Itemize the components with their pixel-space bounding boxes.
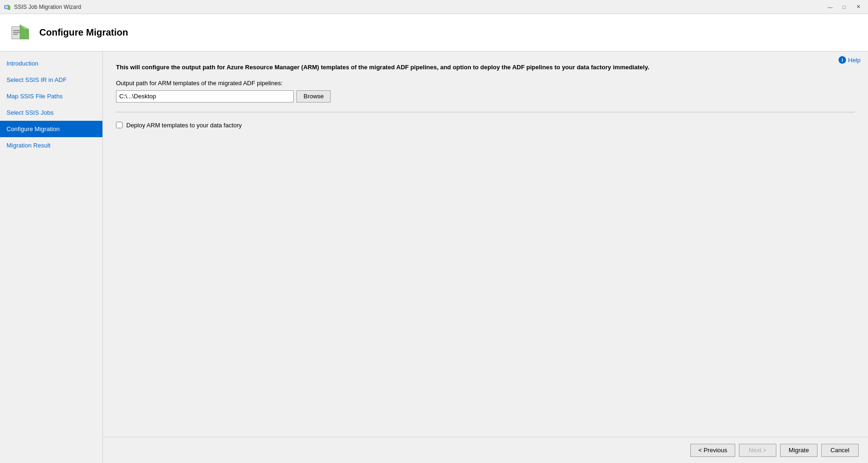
page-title: Configure Migration: [39, 27, 128, 38]
header-icon: [9, 22, 32, 44]
main-layout: Introduction Select SSIS IR in ADF Map S…: [0, 51, 868, 463]
path-row: Browse: [116, 90, 855, 103]
sidebar-item-introduction[interactable]: Introduction: [0, 55, 102, 72]
separator: [116, 112, 855, 112]
sidebar-item-configure-migration[interactable]: Configure Migration: [0, 121, 102, 137]
svg-marker-1: [7, 4, 10, 10]
sidebar-item-select-ssis-jobs[interactable]: Select SSIS Jobs: [0, 104, 102, 121]
deploy-checkbox[interactable]: [116, 122, 123, 128]
minimize-button[interactable]: —: [824, 2, 836, 12]
maximize-button[interactable]: □: [838, 2, 850, 12]
deploy-checkbox-row: Deploy ARM templates to your data factor…: [116, 122, 855, 129]
svg-marker-6: [20, 24, 29, 39]
output-label: Output path for ARM templates of the mig…: [116, 80, 855, 87]
svg-rect-3: [5, 7, 8, 8]
sidebar: Introduction Select SSIS IR in ADF Map S…: [0, 51, 103, 463]
previous-button[interactable]: < Previous: [690, 444, 735, 457]
sidebar-item-map-ssis-file-paths[interactable]: Map SSIS File Paths: [0, 88, 102, 104]
close-button[interactable]: ✕: [852, 2, 864, 12]
cancel-button[interactable]: Cancel: [821, 444, 859, 457]
output-path-input[interactable]: [116, 90, 294, 103]
svg-rect-10: [13, 34, 18, 35]
description-text: This will configure the output path for …: [116, 63, 855, 72]
svg-rect-8: [13, 30, 20, 31]
svg-rect-9: [13, 32, 20, 33]
next-button[interactable]: Next >: [739, 444, 776, 457]
title-bar-controls: — □ ✕: [824, 2, 864, 12]
app-icon: [4, 3, 11, 11]
migrate-button[interactable]: Migrate: [780, 444, 817, 457]
title-bar: SSIS Job Migration Wizard — □ ✕: [0, 0, 868, 14]
deploy-checkbox-label[interactable]: Deploy ARM templates to your data factor…: [126, 122, 242, 129]
sidebar-item-select-ssis-ir[interactable]: Select SSIS IR in ADF: [0, 72, 102, 88]
title-bar-left: SSIS Job Migration Wizard: [4, 3, 81, 11]
bottom-bar: < Previous Next > Migrate Cancel: [103, 437, 868, 463]
sidebar-item-migration-result[interactable]: Migration Result: [0, 137, 102, 154]
header: Configure Migration: [0, 14, 868, 51]
help-link[interactable]: i Help: [839, 56, 861, 64]
help-icon: i: [839, 56, 846, 64]
svg-rect-2: [5, 6, 8, 7]
content-area: i Help This will configure the output pa…: [103, 51, 868, 463]
title-bar-title: SSIS Job Migration Wizard: [14, 4, 81, 10]
browse-button[interactable]: Browse: [297, 90, 331, 103]
content-inner: This will configure the output path for …: [103, 51, 868, 437]
